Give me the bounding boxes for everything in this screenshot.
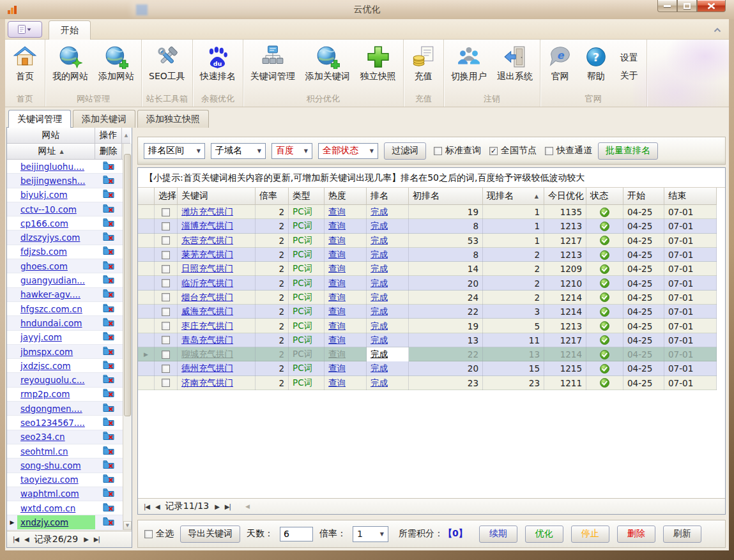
row-checkbox[interactable]	[162, 336, 170, 344]
filter-dropdown-2[interactable]: 百度▼	[271, 143, 312, 159]
fast-rank-button[interactable]: du快速排名	[195, 42, 241, 93]
column-header-5[interactable]: 排名	[367, 188, 409, 204]
delete-site-button[interactable]	[95, 275, 122, 286]
site-link[interactable]: seo1234567....	[17, 418, 85, 428]
tab-0[interactable]: 关键词管理	[8, 110, 71, 128]
row-checkbox[interactable]	[162, 322, 170, 330]
site-link[interactable]: wxtd.com.cn	[17, 503, 75, 513]
row-checkbox[interactable]	[162, 222, 170, 231]
delete-site-button[interactable]	[95, 388, 122, 400]
keyword-link[interactable]: 济南充气拱门	[181, 377, 233, 389]
delete-site-button[interactable]	[95, 246, 122, 257]
sites-group-header[interactable]: 网站	[7, 128, 95, 144]
row-checkbox[interactable]	[162, 236, 170, 245]
delete-site-button[interactable]	[95, 460, 122, 471]
minimize-button[interactable]	[657, 0, 677, 12]
site-link[interactable]: guangyudian...	[17, 275, 85, 285]
filter-words-button[interactable]: 过滤词	[384, 142, 426, 160]
rank-done-link[interactable]: 完成	[371, 292, 388, 303]
filter-checkbox-0[interactable]: 标准查询	[434, 145, 481, 156]
rank-done-link[interactable]: 完成	[371, 220, 388, 232]
heat-query-link[interactable]: 查询	[328, 377, 346, 389]
heat-query-link[interactable]: 查询	[328, 220, 346, 232]
keyword-link[interactable]: 日照充气拱门	[181, 263, 233, 275]
column-header-3[interactable]: 类型	[289, 188, 325, 204]
help-button[interactable]: ?帮助	[578, 42, 614, 93]
sites-op-header[interactable]: 操作	[95, 128, 122, 144]
keyword-link[interactable]: 莱芜充气拱门	[181, 249, 233, 261]
column-header-4[interactable]: 热度	[325, 188, 367, 204]
rank-done-link[interactable]: 完成	[371, 235, 388, 246]
official-site-button[interactable]: e官网	[542, 42, 578, 93]
optimize-button[interactable]: 优化	[525, 526, 563, 543]
rate-select[interactable]: 1 ▼	[353, 526, 388, 542]
column-header-10[interactable]: 开始	[623, 188, 664, 204]
keyword-link[interactable]: 威海充气拱门	[181, 306, 233, 317]
rank-done-link[interactable]: 完成	[371, 306, 388, 317]
collapse-ribbon-button[interactable]	[712, 26, 723, 34]
site-link[interactable]: beijingwensh...	[17, 176, 86, 186]
delete-site-button[interactable]	[95, 289, 122, 300]
column-header-6[interactable]: 初排名	[409, 188, 483, 204]
hscroll-left-icon[interactable]: ◀	[245, 503, 250, 510]
rank-done-link[interactable]: 完成	[371, 377, 388, 389]
keyword-link[interactable]: 东营充气拱门	[181, 235, 233, 246]
heat-query-link[interactable]: 查询	[328, 235, 346, 246]
rank-done-link[interactable]: 完成	[371, 363, 388, 374]
delete-site-button[interactable]	[95, 317, 122, 329]
sites-pager-next-icon[interactable]: ▶	[84, 536, 88, 543]
maximize-button[interactable]	[677, 0, 697, 12]
keywords-pager-next-icon[interactable]: ▶	[215, 503, 219, 510]
sites-scrollbar[interactable]: ▼	[123, 144, 132, 530]
delete-site-button[interactable]	[95, 446, 122, 457]
delete-site-button[interactable]	[95, 175, 122, 186]
heat-query-link[interactable]: 查询	[328, 335, 346, 346]
filter-dropdown-1[interactable]: 子域名▼	[211, 143, 266, 159]
delete-site-button[interactable]	[95, 474, 122, 485]
delete-site-button[interactable]	[95, 189, 122, 201]
sites-scroll-up[interactable]: ▲	[122, 128, 130, 144]
refresh-button[interactable]: 刷新	[663, 526, 701, 543]
column-header-2[interactable]: 倍率	[256, 188, 289, 204]
delete-site-button[interactable]	[95, 374, 122, 386]
site-link[interactable]: xndzjy.com	[17, 517, 68, 527]
row-checkbox[interactable]	[162, 293, 170, 301]
site-link[interactable]: taoyiezu.com	[17, 474, 79, 485]
keyword-link[interactable]: 青岛充气拱门	[181, 335, 233, 346]
rank-done-link[interactable]: 完成	[371, 278, 388, 289]
application-menu-button[interactable]	[8, 21, 42, 38]
delete-site-button[interactable]	[95, 431, 122, 443]
keyword-manage-button[interactable]: 关键词管理	[245, 42, 300, 93]
site-link[interactable]: dlzszyjys.com	[17, 232, 80, 243]
sites-delete-header[interactable]: 删除	[95, 144, 122, 160]
sites-url-header[interactable]: 网址 ▲	[7, 144, 95, 160]
site-link[interactable]: cctv--10.com	[17, 204, 77, 215]
site-link[interactable]: seohtml.cn	[17, 446, 68, 457]
column-header-7[interactable]: 现排名▲	[483, 188, 544, 204]
delete-site-button[interactable]	[95, 403, 122, 414]
home-button[interactable]: 首页	[7, 42, 43, 93]
heat-query-link[interactable]: 查询	[328, 263, 346, 275]
column-header-0[interactable]: 选择	[155, 188, 178, 204]
seo-tools-button[interactable]: SEO工具	[144, 42, 190, 93]
row-checkbox[interactable]	[162, 251, 170, 259]
ribbon-tab-start[interactable]: 开始	[49, 20, 91, 40]
site-link[interactable]: hawker-agv....	[17, 289, 80, 299]
sites-scrollbar-thumb[interactable]	[124, 154, 131, 416]
site-link[interactable]: jbmspx.com	[17, 347, 73, 357]
filter-dropdown-3[interactable]: 全部状态▼	[318, 143, 378, 159]
site-link[interactable]: reyouguolu.c...	[17, 375, 85, 385]
keywords-pager-last-icon[interactable]: ▶|	[225, 503, 231, 510]
add-keyword-button[interactable]: 添加关键词	[300, 42, 355, 93]
rank-done-link[interactable]: 完成	[371, 321, 388, 332]
delete-site-button[interactable]	[95, 488, 122, 499]
heat-query-link[interactable]: 查询	[328, 206, 346, 218]
rank-done-link[interactable]: 完成	[371, 263, 388, 275]
exit-system-button[interactable]: 退出系统	[492, 42, 538, 93]
delete-site-button[interactable]	[95, 517, 122, 528]
row-checkbox[interactable]	[162, 279, 170, 287]
row-checkbox[interactable]	[162, 365, 170, 373]
select-all-checkbox[interactable]: 全选	[144, 528, 174, 540]
site-link[interactable]: cp166.com	[17, 218, 68, 229]
recharge-button[interactable]: 充值	[406, 42, 441, 93]
